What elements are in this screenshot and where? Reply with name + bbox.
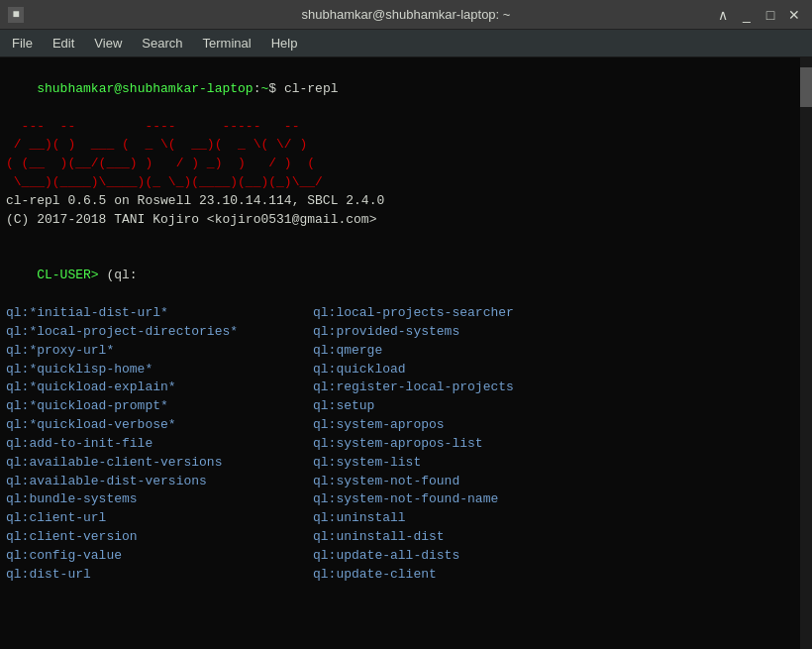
completion-col1: ql:dist-url: [6, 566, 313, 585]
ascii-art-3: ( (__ )(__/(___) ) / ) _) ) / ) (: [6, 155, 806, 173]
completion-row: ql:*initial-dist-url*ql:local-projects-s…: [6, 304, 806, 323]
completion-row: ql:dist-urlql:update-client: [6, 566, 806, 585]
completion-col2: ql:quickload: [313, 361, 620, 379]
completion-row: ql:*quickload-prompt*ql:setup: [6, 397, 806, 416]
window-controls[interactable]: ∧ _ □ ✕: [713, 5, 804, 25]
completion-row: ql:add-to-init-fileql:system-apropos-lis…: [6, 435, 806, 454]
menu-help[interactable]: Help: [263, 34, 306, 53]
completion-col2: ql:system-not-found: [313, 473, 620, 491]
completion-col2: ql:qmerge: [313, 342, 620, 361]
ascii-art-2: / __)( ) ___ ( _ \( __)( _ \( \/ ): [6, 136, 806, 155]
info-line-1: cl-repl 0.6.5 on Roswell 23.10.14.114, S…: [6, 192, 806, 211]
ql-completions: ql:*initial-dist-url*ql:local-projects-s…: [6, 304, 806, 585]
completion-col2: ql:local-projects-searcher: [313, 304, 620, 323]
maximize-button[interactable]: _: [737, 5, 757, 25]
prompt-line: shubhamkar@shubhamkar-laptop:~$ cl-repl: [6, 61, 806, 118]
menu-search[interactable]: Search: [134, 34, 190, 53]
scrollbar-thumb[interactable]: [800, 67, 812, 107]
completion-col2: ql:provided-systems: [313, 323, 620, 342]
completion-row: ql:available-dist-versionsql:system-not-…: [6, 473, 806, 491]
completion-row: ql:bundle-systemsql:system-not-found-nam…: [6, 490, 806, 509]
terminal[interactable]: shubhamkar@shubhamkar-laptop:~$ cl-repl …: [0, 57, 812, 649]
completion-row: ql:available-client-versionsql:system-li…: [6, 454, 806, 473]
completion-col2: ql:system-not-found-name: [313, 490, 620, 509]
completion-col2: ql:uninstall: [313, 509, 620, 528]
scrollbar[interactable]: [800, 57, 812, 649]
menubar: File Edit View Search Terminal Help: [0, 30, 812, 57]
blank-line: [6, 230, 806, 249]
completion-col1: ql:client-version: [6, 528, 313, 547]
titlebar: ■ shubhamkar@shubhamkar-laptop: ~ ∧ _ □ …: [0, 0, 812, 30]
menu-edit[interactable]: Edit: [45, 34, 82, 53]
completion-col2: ql:update-all-dists: [313, 547, 620, 566]
info-line-2: (C) 2017-2018 TANI Kojiro <kojiro0531@gm…: [6, 211, 806, 230]
completion-col1: ql:*proxy-url*: [6, 342, 313, 361]
restore-button[interactable]: □: [761, 5, 780, 25]
completion-row: ql:*quicklisp-home*ql:quickload: [6, 361, 806, 379]
titlebar-left: ■: [8, 7, 24, 23]
close-button[interactable]: ✕: [784, 5, 804, 25]
menu-terminal[interactable]: Terminal: [195, 34, 259, 53]
completion-col1: ql:*quickload-verbose*: [6, 416, 313, 435]
completion-col1: ql:*quickload-prompt*: [6, 397, 313, 416]
completion-col1: ql:add-to-init-file: [6, 435, 313, 454]
titlebar-title: shubhamkar@shubhamkar-laptop: ~: [302, 7, 511, 22]
completion-row: ql:*local-project-directories*ql:provide…: [6, 323, 806, 342]
cl-input: (ql:: [106, 268, 137, 282]
completion-col1: ql:config-value: [6, 547, 313, 566]
completion-col1: ql:bundle-systems: [6, 490, 313, 509]
completion-col1: ql:*initial-dist-url*: [6, 304, 313, 323]
completion-col2: ql:register-local-projects: [313, 379, 620, 397]
completion-col1: ql:client-url: [6, 509, 313, 528]
completion-row: ql:client-urlql:uninstall: [6, 509, 806, 528]
completion-col1: ql:available-client-versions: [6, 454, 313, 473]
window-icon: ■: [8, 7, 24, 23]
completion-col2: ql:system-apropos: [313, 416, 620, 435]
minimize-button[interactable]: ∧: [713, 5, 733, 25]
completion-row: ql:*quickload-explain*ql:register-local-…: [6, 379, 806, 397]
prompt-user: shubhamkar@shubhamkar-laptop: [37, 81, 253, 96]
completion-col1: ql:available-dist-versions: [6, 473, 313, 491]
completion-row: ql:*proxy-url*ql:qmerge: [6, 342, 806, 361]
completion-col2: ql:system-list: [313, 454, 620, 473]
completion-row: ql:*quickload-verbose*ql:system-apropos: [6, 416, 806, 435]
menu-file[interactable]: File: [4, 34, 41, 53]
cl-user-prompt: CL-USER>: [37, 268, 106, 282]
completion-col2: ql:system-apropos-list: [313, 435, 620, 454]
ascii-art-1: --- -- ---- ----- --: [6, 118, 806, 137]
completion-col2: ql:setup: [313, 397, 620, 416]
completion-row: ql:client-versionql:uninstall-dist: [6, 528, 806, 547]
command-text: cl-repl: [284, 81, 339, 96]
cl-prompt-line: CL-USER> (ql:: [6, 248, 806, 304]
completion-col1: ql:*quicklisp-home*: [6, 361, 313, 379]
ascii-art-4: \___)(____)\____)(_ \_)(____)(__)(_)\__/: [6, 173, 806, 192]
completion-col1: ql:*quickload-explain*: [6, 379, 313, 397]
menu-view[interactable]: View: [86, 34, 130, 53]
completion-col2: ql:uninstall-dist: [313, 528, 620, 547]
completion-col1: ql:*local-project-directories*: [6, 323, 313, 342]
completion-row: ql:config-valueql:update-all-dists: [6, 547, 806, 566]
completion-col2: ql:update-client: [313, 566, 620, 585]
